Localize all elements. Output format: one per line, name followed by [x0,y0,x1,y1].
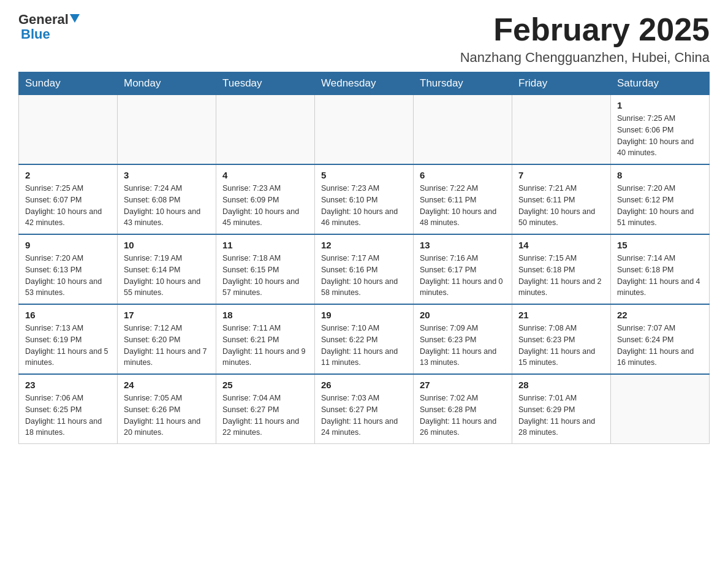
table-row: 7Sunrise: 7:21 AMSunset: 6:11 PMDaylight… [512,164,611,234]
table-row: 18Sunrise: 7:11 AMSunset: 6:21 PMDayligh… [216,304,315,374]
day-number: 24 [124,380,210,390]
logo-part1: General [18,12,69,27]
day-info: Sunrise: 7:24 AMSunset: 6:08 PMDaylight:… [124,183,210,229]
day-number: 22 [617,310,703,320]
table-row: 5Sunrise: 7:23 AMSunset: 6:10 PMDaylight… [315,164,414,234]
day-info: Sunrise: 7:23 AMSunset: 6:10 PMDaylight:… [321,183,407,229]
table-row: 23Sunrise: 7:06 AMSunset: 6:25 PMDayligh… [19,374,118,444]
table-row: 28Sunrise: 7:01 AMSunset: 6:29 PMDayligh… [512,374,611,444]
day-info: Sunrise: 7:20 AMSunset: 6:13 PMDaylight:… [25,253,111,299]
table-row: 9Sunrise: 7:20 AMSunset: 6:13 PMDaylight… [19,234,118,304]
day-number: 3 [124,170,210,180]
col-monday: Monday [118,72,216,95]
table-row [19,95,118,165]
day-info: Sunrise: 7:11 AMSunset: 6:21 PMDaylight:… [222,323,308,369]
calendar-week-row: 9Sunrise: 7:20 AMSunset: 6:13 PMDaylight… [19,234,710,304]
day-number: 27 [420,380,506,390]
title-area: February 2025 Nanzhang Chengguanzhen, Hu… [460,12,710,66]
day-number: 15 [617,240,703,250]
day-info: Sunrise: 7:07 AMSunset: 6:24 PMDaylight:… [617,323,703,369]
table-row: 15Sunrise: 7:14 AMSunset: 6:18 PMDayligh… [611,234,710,304]
table-row [611,374,710,444]
logo-triangle-icon [70,14,80,23]
day-number: 10 [124,240,210,250]
day-info: Sunrise: 7:08 AMSunset: 6:23 PMDaylight:… [518,323,604,369]
calendar-week-row: 1Sunrise: 7:25 AMSunset: 6:06 PMDaylight… [19,95,710,165]
day-number: 11 [222,240,308,250]
table-row: 14Sunrise: 7:15 AMSunset: 6:18 PMDayligh… [512,234,611,304]
table-row [315,95,414,165]
day-info: Sunrise: 7:20 AMSunset: 6:12 PMDaylight:… [617,183,703,229]
table-row: 19Sunrise: 7:10 AMSunset: 6:22 PMDayligh… [315,304,414,374]
table-row: 12Sunrise: 7:17 AMSunset: 6:16 PMDayligh… [315,234,414,304]
table-row: 24Sunrise: 7:05 AMSunset: 6:26 PMDayligh… [118,374,216,444]
day-info: Sunrise: 7:16 AMSunset: 6:17 PMDaylight:… [420,253,506,299]
col-wednesday: Wednesday [315,72,414,95]
day-info: Sunrise: 7:18 AMSunset: 6:15 PMDaylight:… [222,253,308,299]
day-info: Sunrise: 7:10 AMSunset: 6:22 PMDaylight:… [321,323,407,369]
day-number: 7 [518,170,604,180]
table-row [118,95,216,165]
col-thursday: Thursday [414,72,512,95]
table-row: 21Sunrise: 7:08 AMSunset: 6:23 PMDayligh… [512,304,611,374]
table-row [414,95,512,165]
table-row [216,95,315,165]
table-row [512,95,611,165]
calendar-title: February 2025 [460,12,710,47]
day-info: Sunrise: 7:06 AMSunset: 6:25 PMDaylight:… [25,393,111,439]
day-info: Sunrise: 7:13 AMSunset: 6:19 PMDaylight:… [25,323,111,369]
page-header: General Blue February 2025 Nanzhang Chen… [18,12,710,66]
day-number: 19 [321,310,407,320]
day-number: 25 [222,380,308,390]
day-number: 8 [617,170,703,180]
table-row: 10Sunrise: 7:19 AMSunset: 6:14 PMDayligh… [118,234,216,304]
day-number: 4 [222,170,308,180]
logo: General Blue [18,12,80,42]
day-number: 21 [518,310,604,320]
day-number: 23 [25,380,111,390]
day-number: 14 [518,240,604,250]
day-number: 9 [25,240,111,250]
day-number: 16 [25,310,111,320]
table-row: 20Sunrise: 7:09 AMSunset: 6:23 PMDayligh… [414,304,512,374]
day-number: 18 [222,310,308,320]
day-number: 13 [420,240,506,250]
day-number: 12 [321,240,407,250]
table-row: 11Sunrise: 7:18 AMSunset: 6:15 PMDayligh… [216,234,315,304]
day-info: Sunrise: 7:03 AMSunset: 6:27 PMDaylight:… [321,393,407,439]
day-number: 26 [321,380,407,390]
table-row: 4Sunrise: 7:23 AMSunset: 6:09 PMDaylight… [216,164,315,234]
table-row: 2Sunrise: 7:25 AMSunset: 6:07 PMDaylight… [19,164,118,234]
table-row: 13Sunrise: 7:16 AMSunset: 6:17 PMDayligh… [414,234,512,304]
day-number: 20 [420,310,506,320]
table-row: 8Sunrise: 7:20 AMSunset: 6:12 PMDaylight… [611,164,710,234]
table-row: 16Sunrise: 7:13 AMSunset: 6:19 PMDayligh… [19,304,118,374]
day-info: Sunrise: 7:25 AMSunset: 6:07 PMDaylight:… [25,183,111,229]
day-number: 17 [124,310,210,320]
day-info: Sunrise: 7:17 AMSunset: 6:16 PMDaylight:… [321,253,407,299]
table-row: 1Sunrise: 7:25 AMSunset: 6:06 PMDaylight… [611,95,710,165]
table-row: 17Sunrise: 7:12 AMSunset: 6:20 PMDayligh… [118,304,216,374]
day-info: Sunrise: 7:09 AMSunset: 6:23 PMDaylight:… [420,323,506,369]
header-row: Sunday Monday Tuesday Wednesday Thursday… [19,72,710,95]
table-row: 25Sunrise: 7:04 AMSunset: 6:27 PMDayligh… [216,374,315,444]
calendar-subtitle: Nanzhang Chengguanzhen, Hubei, China [460,50,710,66]
day-number: 28 [518,380,604,390]
day-info: Sunrise: 7:19 AMSunset: 6:14 PMDaylight:… [124,253,210,299]
calendar-table: Sunday Monday Tuesday Wednesday Thursday… [18,72,710,444]
day-info: Sunrise: 7:21 AMSunset: 6:11 PMDaylight:… [518,183,604,229]
day-info: Sunrise: 7:23 AMSunset: 6:09 PMDaylight:… [222,183,308,229]
day-number: 5 [321,170,407,180]
day-info: Sunrise: 7:01 AMSunset: 6:29 PMDaylight:… [518,393,604,439]
col-tuesday: Tuesday [216,72,315,95]
calendar-week-row: 23Sunrise: 7:06 AMSunset: 6:25 PMDayligh… [19,374,710,444]
col-friday: Friday [512,72,611,95]
day-number: 2 [25,170,111,180]
table-row: 3Sunrise: 7:24 AMSunset: 6:08 PMDaylight… [118,164,216,234]
table-row: 6Sunrise: 7:22 AMSunset: 6:11 PMDaylight… [414,164,512,234]
col-sunday: Sunday [19,72,118,95]
day-info: Sunrise: 7:05 AMSunset: 6:26 PMDaylight:… [124,393,210,439]
day-info: Sunrise: 7:15 AMSunset: 6:18 PMDaylight:… [518,253,604,299]
day-info: Sunrise: 7:22 AMSunset: 6:11 PMDaylight:… [420,183,506,229]
day-number: 1 [617,100,703,110]
